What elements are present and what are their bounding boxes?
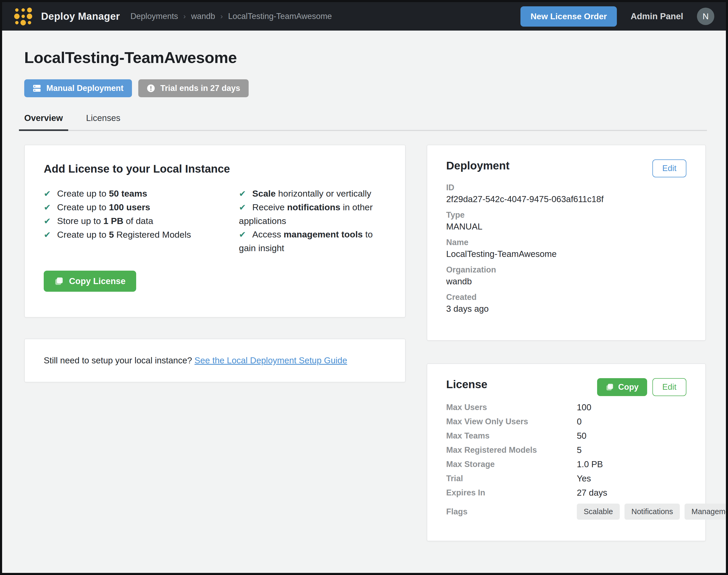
- trial-badge-label: Trial ends in 27 days: [160, 83, 240, 93]
- user-avatar[interactable]: N: [697, 8, 714, 25]
- deployment-field-organization: Organization wandb: [446, 265, 686, 287]
- check-icon: ✔: [239, 203, 246, 212]
- left-column: Add License to your Local Instance ✔Crea…: [24, 145, 406, 382]
- check-icon: ✔: [44, 189, 51, 198]
- top-navbar: Deploy Manager Deployments › wandb › Loc…: [2, 2, 726, 31]
- row-label: Expires In: [446, 486, 577, 500]
- license-row-max-users: Max Users 100: [446, 400, 686, 414]
- tab-licenses[interactable]: Licenses: [81, 113, 125, 130]
- breadcrumb-wandb[interactable]: wandb: [191, 11, 215, 21]
- license-row-max-storage: Max Storage 1.0 PB: [446, 457, 686, 471]
- content-grid: Add License to your Local Instance ✔Crea…: [24, 145, 707, 541]
- breadcrumb-separator-icon: ›: [220, 12, 223, 21]
- field-value: wandb: [446, 276, 686, 287]
- row-value: 27 days: [577, 486, 607, 500]
- tab-overview[interactable]: Overview: [19, 113, 68, 131]
- app-root: Deploy Manager Deployments › wandb › Loc…: [2, 2, 726, 573]
- field-value: LocalTesting-TeamAwesome: [446, 248, 686, 260]
- check-icon: ✔: [239, 230, 246, 239]
- breadcrumb-current: LocalTesting-TeamAwesome: [228, 11, 332, 21]
- field-value: 2f29da27-542c-4047-9475-063af611c18f: [446, 194, 686, 205]
- row-label: Max Users: [446, 400, 577, 414]
- window: Deploy Manager Deployments › wandb › Loc…: [0, 0, 728, 575]
- feature-column-right: ✔Scale horizontally or vertically ✔Recei…: [239, 187, 386, 255]
- license-row-expires-in: Expires In 27 days: [446, 486, 686, 500]
- breadcrumb-separator-icon: ›: [183, 12, 186, 21]
- row-value: Yes: [577, 471, 591, 486]
- check-icon: ✔: [44, 216, 51, 226]
- row-value: 5: [577, 443, 582, 457]
- feature-item: ✔Access management tools to gain insight: [239, 228, 386, 255]
- right-column: Deployment Edit ID 2f29da27-542c-4047-94…: [427, 145, 706, 541]
- deployment-card-header: Deployment Edit: [446, 160, 686, 177]
- field-label: ID: [446, 182, 686, 193]
- field-label: Name: [446, 237, 686, 247]
- check-icon: ✔: [44, 203, 51, 212]
- server-icon: [33, 84, 41, 93]
- license-card-header: License Copy Edit: [446, 378, 686, 396]
- deployment-card-title: Deployment: [446, 160, 509, 172]
- breadcrumb-deployments[interactable]: Deployments: [131, 11, 178, 21]
- deployment-field-created: Created 3 days ago: [446, 292, 686, 314]
- license-card: License Copy Edit: [427, 363, 706, 541]
- license-row-flags: Flags Scalable Notifications Management …: [446, 504, 686, 520]
- row-label: Max Registered Models: [446, 443, 577, 457]
- add-license-card-title: Add License to your Local Instance: [44, 163, 386, 175]
- deployment-card: Deployment Edit ID 2f29da27-542c-4047-94…: [427, 145, 706, 341]
- copy-license-button[interactable]: Copy License: [44, 271, 136, 292]
- deployment-field-id: ID 2f29da27-542c-4047-9475-063af611c18f: [446, 182, 686, 205]
- manual-deployment-badge-label: Manual Deployment: [46, 83, 123, 93]
- field-value: MANUAL: [446, 221, 686, 232]
- add-license-card: Add License to your Local Instance ✔Crea…: [24, 145, 406, 317]
- feature-item: ✔Receive notifications in other applicat…: [239, 201, 386, 228]
- license-copy-button[interactable]: Copy: [597, 378, 647, 396]
- license-row-max-registered-models: Max Registered Models 5: [446, 443, 686, 457]
- row-value: 50: [577, 429, 587, 443]
- copy-icon: [606, 383, 614, 391]
- copy-icon: [54, 276, 64, 286]
- deployment-edit-button[interactable]: Edit: [652, 160, 686, 177]
- navbar-right-group: New License Order Admin Panel N: [520, 6, 714, 27]
- breadcrumb: Deployments › wandb › LocalTesting-TeamA…: [131, 11, 332, 21]
- flag-chip-management-tools: Management Tools: [685, 504, 726, 520]
- feature-column-left: ✔Create up to 50 teams ✔Create up to 100…: [44, 187, 239, 255]
- setup-guide-card: Still need to setup your local instance?…: [24, 339, 406, 382]
- feature-item: ✔Create up to 5 Registered Models: [44, 228, 233, 242]
- feature-item: ✔Create up to 100 users: [44, 201, 233, 214]
- field-value: 3 days ago: [446, 303, 686, 314]
- license-copy-button-label: Copy: [618, 382, 639, 392]
- field-label: Organization: [446, 265, 686, 275]
- wandb-dots-logo-icon[interactable]: [13, 7, 34, 26]
- row-label: Max View Only Users: [446, 414, 577, 429]
- deployment-field-type: Type MANUAL: [446, 210, 686, 232]
- check-icon: ✔: [239, 189, 246, 198]
- main-content: LocalTesting-TeamAwesome Manual Deployme…: [2, 31, 726, 573]
- license-row-trial: Trial Yes: [446, 471, 686, 486]
- license-card-title: License: [446, 378, 487, 391]
- flag-chip-scalable: Scalable: [577, 504, 620, 520]
- row-value: 1.0 PB: [577, 457, 603, 471]
- check-icon: ✔: [44, 230, 51, 240]
- admin-panel-link[interactable]: Admin Panel: [630, 11, 683, 21]
- row-label: Flags: [446, 505, 577, 519]
- row-value: 0: [577, 414, 582, 429]
- field-label: Created: [446, 292, 686, 302]
- trial-badge: Trial ends in 27 days: [138, 79, 249, 97]
- license-edit-button[interactable]: Edit: [652, 378, 686, 396]
- license-rows: Max Users 100 Max View Only Users 0 Max …: [446, 400, 686, 520]
- feature-item: ✔Scale horizontally or vertically: [239, 187, 386, 201]
- badge-row: Manual Deployment Trial ends in 27 days: [24, 79, 707, 97]
- feature-item: ✔Store up to 1 PB of data: [44, 214, 233, 228]
- field-label: Type: [446, 210, 686, 220]
- row-value: 100: [577, 400, 591, 414]
- app-title: Deploy Manager: [41, 11, 120, 22]
- alert-circle-icon: [147, 84, 155, 93]
- manual-deployment-badge: Manual Deployment: [24, 79, 132, 97]
- license-card-actions: Copy Edit: [597, 378, 686, 396]
- license-row-max-teams: Max Teams 50: [446, 429, 686, 443]
- setup-guide-link[interactable]: See the Local Deployment Setup Guide: [194, 356, 347, 365]
- license-row-max-view-only-users: Max View Only Users 0: [446, 414, 686, 429]
- logo-dots: [13, 7, 34, 26]
- flag-chip-notifications: Notifications: [624, 504, 680, 520]
- new-license-order-button[interactable]: New License Order: [520, 6, 617, 27]
